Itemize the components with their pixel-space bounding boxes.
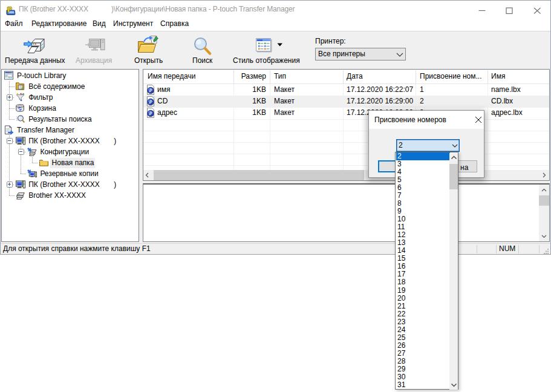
svg-text:P: P (6, 5, 13, 15)
